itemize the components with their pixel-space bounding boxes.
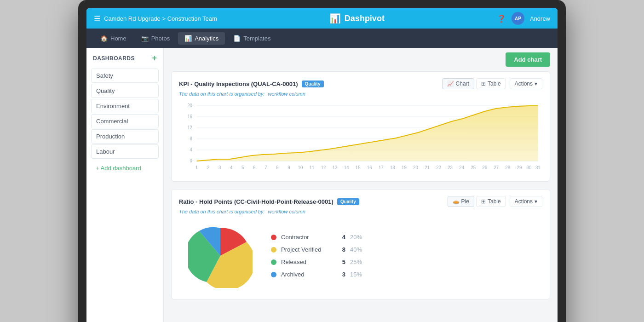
pie-legend: Contractor 4 20% Project Verified 8 40% bbox=[271, 234, 368, 278]
main-layout: Dashboards + Safety Quality Environment … bbox=[86, 48, 558, 322]
svg-text:6: 6 bbox=[253, 165, 256, 170]
legend-item-contractor: Contractor 4 20% bbox=[271, 234, 368, 241]
svg-text:18: 18 bbox=[390, 165, 395, 170]
svg-text:16: 16 bbox=[367, 165, 372, 170]
templates-icon: 📄 bbox=[233, 35, 241, 42]
chart2-title-row: Ratio - Hold Points (CC-Civil-Hold-Point… bbox=[179, 198, 359, 205]
chart2-subtitle-link[interactable]: workflow column bbox=[268, 209, 305, 214]
chart1-actions-button[interactable]: Actions ▾ bbox=[510, 78, 542, 89]
chart2-table-icon: ⊞ bbox=[481, 198, 486, 205]
svg-text:9: 9 bbox=[288, 165, 290, 170]
svg-text:13: 13 bbox=[333, 165, 338, 170]
nav-item-templates[interactable]: 📄 Templates bbox=[227, 32, 277, 45]
add-chart-button[interactable]: Add chart bbox=[506, 52, 550, 67]
svg-text:30: 30 bbox=[527, 165, 532, 170]
avatar[interactable]: AP bbox=[512, 12, 524, 25]
sidebar-item-commercial[interactable]: Commercial bbox=[91, 114, 159, 128]
svg-text:20: 20 bbox=[187, 103, 192, 108]
nav-label-templates: Templates bbox=[243, 35, 270, 42]
svg-text:12: 12 bbox=[187, 125, 192, 130]
pie-chart-svg bbox=[188, 224, 253, 288]
laptop-frame: ☰ Camden Rd Upgrade > Construction Team … bbox=[78, 0, 566, 322]
svg-text:19: 19 bbox=[402, 165, 407, 170]
svg-text:21: 21 bbox=[425, 165, 430, 170]
svg-text:3: 3 bbox=[218, 165, 221, 170]
svg-text:25: 25 bbox=[471, 165, 476, 170]
svg-text:15: 15 bbox=[356, 165, 361, 170]
topbar-left: ☰ Camden Rd Upgrade > Construction Team bbox=[94, 14, 217, 23]
legend-pct-archived: 15% bbox=[350, 271, 368, 278]
line-chart-container: 0 4 8 12 16 20 bbox=[179, 101, 542, 175]
nav-item-photos[interactable]: 📷 Photos bbox=[135, 32, 176, 45]
svg-text:29: 29 bbox=[517, 165, 522, 170]
svg-text:7: 7 bbox=[264, 165, 267, 170]
sidebar-item-environment[interactable]: Environment bbox=[91, 99, 159, 113]
nav-label-photos: Photos bbox=[151, 35, 170, 42]
svg-text:10: 10 bbox=[298, 165, 303, 170]
photos-icon: 📷 bbox=[141, 35, 149, 42]
add-dashboard-button[interactable]: + Add dashboard bbox=[91, 161, 159, 175]
chart1-chart-button[interactable]: 📈 Chart bbox=[442, 78, 474, 89]
legend-dot-archived bbox=[271, 272, 276, 277]
laptop-screen: ☰ Camden Rd Upgrade > Construction Team … bbox=[86, 8, 558, 322]
sidebar-item-quality[interactable]: Quality bbox=[91, 84, 159, 98]
legend-dot-project-verified bbox=[271, 247, 276, 253]
legend-label-archived: Archived bbox=[281, 271, 332, 278]
legend-count-released: 5 bbox=[336, 259, 345, 265]
breadcrumb: Camden Rd Upgrade > Construction Team bbox=[104, 15, 217, 22]
chart2-badge: Quality bbox=[337, 198, 359, 205]
svg-text:22: 22 bbox=[436, 165, 441, 170]
chart1-table-button[interactable]: ⊞ Table bbox=[476, 78, 506, 89]
legend-pct-contractor: 20% bbox=[350, 234, 368, 241]
add-dashboard-label: + Add dashboard bbox=[96, 165, 141, 172]
nav-item-home[interactable]: 🏠 Home bbox=[94, 32, 133, 45]
chart2-pie-button[interactable]: 🥧 Pie bbox=[448, 196, 474, 207]
chart1-badge: Quality bbox=[302, 80, 324, 87]
chart1-chart-icon: 📈 bbox=[447, 80, 454, 87]
legend-label-contractor: Contractor bbox=[281, 234, 332, 241]
svg-text:12: 12 bbox=[321, 165, 326, 170]
svg-text:0: 0 bbox=[190, 158, 193, 163]
sidebar-header: Dashboards + bbox=[91, 53, 159, 63]
svg-text:17: 17 bbox=[379, 165, 384, 170]
chart2-table-button[interactable]: ⊞ Table bbox=[476, 196, 506, 207]
legend-pct-project-verified: 40% bbox=[350, 246, 368, 253]
user-name: Andrew bbox=[530, 15, 550, 22]
chart2-subtitle: The data on this chart is organised by: … bbox=[179, 209, 542, 214]
content-header: Add chart bbox=[164, 48, 558, 71]
svg-text:2: 2 bbox=[207, 165, 209, 170]
svg-text:24: 24 bbox=[459, 165, 464, 170]
legend-label-released: Released bbox=[281, 259, 332, 265]
nav-item-analytics[interactable]: 📊 Analytics bbox=[178, 32, 225, 45]
svg-text:4: 4 bbox=[190, 147, 193, 152]
svg-text:26: 26 bbox=[482, 165, 487, 170]
svg-text:31: 31 bbox=[535, 165, 540, 170]
sidebar-item-labour[interactable]: Labour bbox=[91, 144, 159, 159]
svg-text:14: 14 bbox=[344, 165, 349, 170]
help-icon[interactable]: ❓ bbox=[497, 14, 506, 23]
hamburger-icon[interactable]: ☰ bbox=[94, 14, 100, 23]
sidebar-add-icon[interactable]: + bbox=[152, 53, 157, 63]
legend-count-project-verified: 8 bbox=[336, 246, 345, 253]
brand-icon: 📊 bbox=[329, 13, 341, 24]
legend-item-archived: Archived 3 15% bbox=[271, 271, 368, 278]
sidebar-item-safety[interactable]: Safety bbox=[91, 69, 159, 83]
topbar: ☰ Camden Rd Upgrade > Construction Team … bbox=[86, 8, 558, 29]
sidebar-item-production[interactable]: Production bbox=[91, 129, 159, 144]
chart-card-1: KPI - Quality Inspections (QUAL-CA-0001)… bbox=[171, 71, 550, 182]
chart2-actions-button[interactable]: Actions ▾ bbox=[510, 196, 542, 207]
chart2-header: Ratio - Hold Points (CC-Civil-Hold-Point… bbox=[179, 196, 542, 207]
chart2-controls: 🥧 Pie ⊞ Table Actions ▾ bbox=[448, 196, 542, 207]
chart1-title-row: KPI - Quality Inspections (QUAL-CA-0001)… bbox=[179, 80, 324, 87]
chevron-down-icon: ▾ bbox=[535, 80, 537, 87]
sidebar: Dashboards + Safety Quality Environment … bbox=[86, 48, 164, 322]
svg-text:16: 16 bbox=[187, 114, 192, 119]
legend-dot-released bbox=[271, 259, 276, 265]
chart1-controls: 📈 Chart ⊞ Table Actions ▾ bbox=[442, 78, 542, 89]
chart1-subtitle-link[interactable]: workflow column bbox=[268, 91, 305, 97]
topbar-right: ❓ AP Andrew bbox=[497, 12, 550, 25]
svg-text:11: 11 bbox=[310, 165, 315, 170]
legend-count-archived: 3 bbox=[336, 271, 345, 278]
legend-item-project-verified: Project Verified 8 40% bbox=[271, 246, 368, 253]
home-icon: 🏠 bbox=[100, 35, 108, 42]
